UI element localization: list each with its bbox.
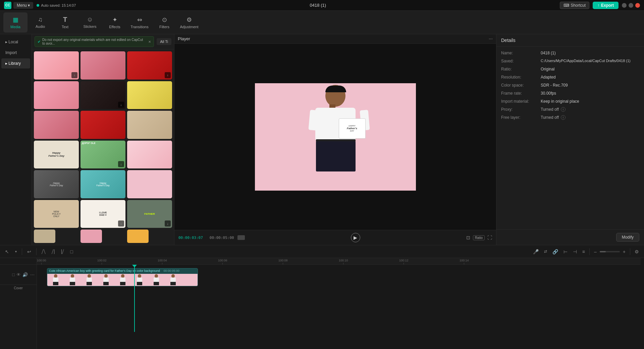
- all-tab-button[interactable]: All Ti: [157, 38, 171, 45]
- ratio-button[interactable]: Ratio: [473, 235, 485, 240]
- track-visible-icon[interactable]: 👁: [16, 272, 21, 277]
- media-thumb-20[interactable]: [80, 230, 102, 243]
- media-thumb-17[interactable]: I LOVEDAD ♥ ↓: [80, 200, 125, 228]
- left-panel: ▸ Local Import ▸ Library ✔ Do not export…: [0, 34, 174, 245]
- playhead[interactable]: [134, 265, 135, 332]
- tool-filters[interactable]: ⊙ Filters: [152, 12, 176, 33]
- menu-button[interactable]: Menu ▾: [13, 2, 33, 9]
- tool-adjustment[interactable]: ⚙ Adjustment: [177, 12, 201, 33]
- detail-row-import: Import material: Keep in original place: [501, 99, 639, 104]
- track-more-icon[interactable]: ⋯: [30, 272, 35, 277]
- nav-local[interactable]: ▸ Local: [1, 37, 30, 47]
- minimize-button[interactable]: [622, 3, 627, 8]
- media-thumb-9[interactable]: [127, 111, 172, 139]
- download-icon-1[interactable]: ↓: [71, 72, 77, 78]
- ruler-mark-0: 100:00: [37, 259, 46, 264]
- media-thumb-6[interactable]: [127, 81, 172, 109]
- tool-audio[interactable]: ♫ Audio: [28, 12, 52, 33]
- download-icon-18[interactable]: ↓: [165, 220, 171, 227]
- mini-boy-7: [151, 274, 161, 286]
- media-thumb-14[interactable]: HappyFather's Day: [80, 170, 125, 198]
- settings-button[interactable]: ⚙: [633, 248, 641, 255]
- detail-label-resolution: Resolution:: [501, 75, 538, 80]
- player-menu-button[interactable]: ⋯: [489, 37, 493, 41]
- track-audio-icon[interactable]: 🔊: [22, 272, 28, 277]
- media-thumb-19[interactable]: [34, 230, 55, 243]
- proxy-info-icon[interactable]: i: [561, 107, 566, 112]
- undo-button[interactable]: ↩: [25, 248, 33, 255]
- zoom-area: – +: [592, 248, 627, 255]
- fullscreen-button[interactable]: ⛶: [487, 235, 492, 240]
- media-thumb-2[interactable]: [80, 51, 125, 80]
- media-thumb-13[interactable]: HappyFather's Day: [34, 170, 79, 198]
- tool-media-label: Media: [10, 25, 20, 29]
- export-button[interactable]: ↑ Export: [593, 2, 619, 9]
- media-thumb-7[interactable]: [34, 111, 79, 139]
- tool-stickers[interactable]: ☺ Stickers: [78, 12, 102, 33]
- split-button[interactable]: ⧸⧹: [40, 248, 47, 255]
- media-thumb-16[interactable]: NEWPOLICYONLY: [34, 200, 79, 228]
- toolbar-separator-3: [589, 248, 590, 255]
- media-thumb-8[interactable]: [80, 111, 125, 139]
- timeline-clip[interactable]: Cute African-American boy with greeting …: [47, 268, 198, 286]
- tool-effects[interactable]: ✦ Effects: [103, 12, 127, 33]
- play-button[interactable]: ▶: [351, 233, 360, 242]
- track-lock-icon[interactable]: □: [12, 272, 15, 277]
- zoom-out-button[interactable]: –: [592, 248, 598, 255]
- timeline-toolbar: ↖ ▾ ↩ ⧸⧹ ⧸| |⧸ □ 🎤 ⇄ 🔗 ⊢ ⊣ ≡ – + ⚙: [0, 245, 644, 258]
- mark-button[interactable]: ⊣: [571, 248, 579, 255]
- mini-boy-2: [67, 274, 77, 286]
- detail-value-name: 0418 (1): [541, 51, 556, 55]
- zoom-in-button[interactable]: +: [621, 248, 627, 255]
- ruler-mark-7: 100:14: [460, 259, 469, 264]
- nav-import[interactable]: Import: [1, 48, 30, 58]
- media-thumb-1[interactable]: ↓: [34, 51, 79, 80]
- download-icon-11[interactable]: ↓: [118, 161, 124, 167]
- freelayer-value: Turned off: [541, 115, 559, 120]
- select-tool-button[interactable]: ↖: [3, 248, 11, 255]
- delete-button[interactable]: □: [68, 248, 74, 255]
- align-button[interactable]: ⊢: [562, 248, 569, 255]
- media-thumb-18[interactable]: FATHER ↓: [127, 200, 172, 228]
- media-thumb-5[interactable]: ↓: [80, 81, 125, 109]
- media-thumb-3[interactable]: ↓: [127, 51, 172, 80]
- nav-library[interactable]: ▸ Library: [1, 58, 30, 68]
- freelayer-info-icon[interactable]: i: [561, 115, 566, 120]
- split-track-button[interactable]: ⇄: [542, 248, 549, 255]
- split-left-button[interactable]: ⧸|: [50, 248, 57, 255]
- subtitle-button[interactable]: ≡: [581, 248, 587, 255]
- zoom-slider[interactable]: [600, 251, 620, 252]
- download-icon-17[interactable]: ↓: [118, 220, 124, 227]
- media-thumb-10[interactable]: HappyFather's Day: [34, 141, 79, 169]
- media-thumb-15[interactable]: [127, 170, 172, 198]
- main-toolbar: ▦ Media ♫ Audio T Text ☺ Stickers ✦ Effe…: [0, 11, 644, 34]
- media-top-bar: ✔ Do not export any original materials w…: [32, 34, 174, 49]
- media-thumb-11[interactable]: ДОРОГ OLE ↓: [80, 141, 125, 169]
- crop-icon-button[interactable]: ⊡: [466, 235, 470, 240]
- maximize-button[interactable]: [629, 3, 633, 8]
- tool-text[interactable]: T Text: [53, 12, 77, 33]
- close-button[interactable]: [635, 3, 640, 8]
- download-icon-5[interactable]: ↓: [118, 102, 124, 108]
- download-icon-3[interactable]: ↓: [165, 72, 171, 78]
- link-button[interactable]: 🔗: [551, 248, 560, 255]
- timeline-ruler: 100:00 100:02 100:04 100:06 100:08: [37, 258, 641, 265]
- select-dropdown-button[interactable]: ▾: [13, 249, 18, 254]
- storyboard-button[interactable]: [237, 235, 245, 240]
- modify-button[interactable]: Modify: [616, 233, 639, 242]
- mic-button[interactable]: 🎤: [531, 248, 540, 255]
- transitions-icon: ⇔: [137, 16, 142, 23]
- shortcut-button[interactable]: ⌨ Shortcut: [560, 2, 589, 9]
- media-thumb-12[interactable]: [127, 141, 172, 169]
- tool-transitions[interactable]: ⇔ Transitions: [127, 12, 152, 33]
- media-thumb-4[interactable]: [34, 81, 79, 109]
- media-thumb-21[interactable]: [127, 230, 149, 243]
- player-right-controls: ⊡ Ratio ⛶: [466, 235, 492, 240]
- split-right-button[interactable]: |⧸: [59, 248, 66, 255]
- player-time-current: 00:00:03:07: [178, 236, 203, 240]
- card-sign: HAPPY Father's DAY: [339, 118, 366, 139]
- notice-close-button[interactable]: ✕: [148, 40, 151, 44]
- tool-media[interactable]: ▦ Media: [3, 12, 28, 33]
- tool-transitions-label: Transitions: [130, 25, 148, 29]
- player-panel: Player ⋯: [174, 34, 496, 245]
